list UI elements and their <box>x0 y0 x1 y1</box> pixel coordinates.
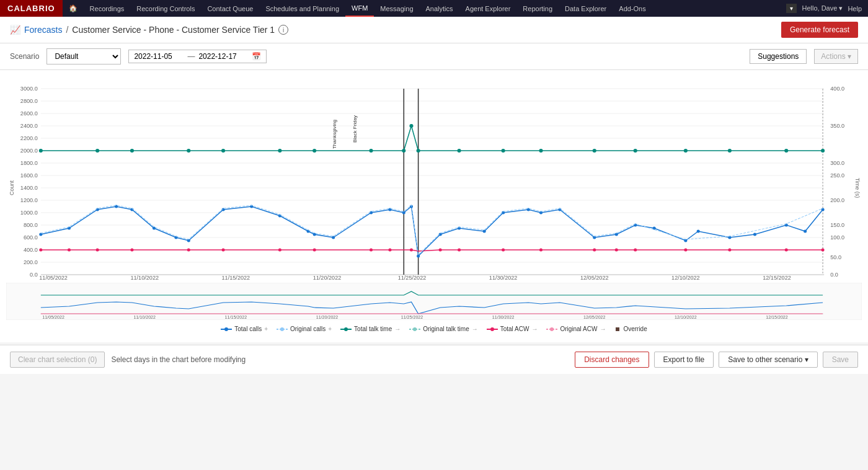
svg-text:11/15/2022: 11/15/2022 <box>222 275 250 281</box>
nav-item-add-ons[interactable]: Add-Ons <box>613 0 652 17</box>
breadcrumb: 📈 Forecasts / Customer Service - Phone -… <box>10 25 288 35</box>
mini-chart-svg[interactable]: 11/05/2022 11/10/2022 11/15/2022 11/20/2… <box>6 283 862 320</box>
svg-point-122 <box>222 249 225 252</box>
svg-text:1400.0: 1400.0 <box>20 185 38 191</box>
date-range-picker[interactable]: — 📅 <box>128 50 267 63</box>
top-navigation: CALABRIO 🏠 Recordings Recording Controls… <box>0 0 868 17</box>
export-to-file-button[interactable]: Export to file <box>654 352 714 368</box>
info-icon[interactable]: i <box>278 25 288 35</box>
svg-point-157 <box>413 327 417 331</box>
svg-text:200.0: 200.0 <box>24 259 38 265</box>
svg-text:250.0: 250.0 <box>830 172 844 179</box>
controls-row: Scenario Default — 📅 Suggestions Actions… <box>0 43 868 70</box>
svg-point-61 <box>95 149 99 153</box>
svg-point-119 <box>96 249 99 252</box>
generate-forecast-button[interactable]: Generate forecast <box>781 22 858 38</box>
svg-text:12/10/2022: 12/10/2022 <box>671 275 700 281</box>
save-to-scenario-button[interactable]: Save to other scenario ▾ <box>719 352 817 368</box>
chart-legend: Total calls + Original calls + Total tal… <box>6 322 862 336</box>
svg-text:300.0: 300.0 <box>830 160 844 166</box>
nav-item-schedules[interactable]: Schedules and Planning <box>259 0 345 17</box>
svg-point-62 <box>130 149 134 153</box>
legend-total-acw: Total ACW → <box>487 326 538 332</box>
calendar-icon[interactable]: 📅 <box>252 52 261 61</box>
svg-point-82 <box>96 208 99 211</box>
svg-point-111 <box>697 230 700 233</box>
svg-point-101 <box>483 230 486 233</box>
legend-original-talk-time-label: Original talk time <box>423 326 469 332</box>
x-axis-labels: 11/05/2022 11/10/2022 11/15/2022 11/20/2… <box>39 275 791 281</box>
discard-changes-button[interactable]: Discard changes <box>575 352 649 368</box>
nav-item-analytics[interactable]: Analytics <box>420 0 459 17</box>
main-chart-svg[interactable]: 3000.0 2800.0 2600.0 2400.0 2200.0 2000.… <box>6 76 862 281</box>
svg-point-136 <box>728 249 731 252</box>
svg-point-98 <box>417 255 420 258</box>
nav-item-recordings[interactable]: Recordings <box>84 0 131 17</box>
svg-text:11/20/2022: 11/20/2022 <box>313 275 342 281</box>
date-end-input[interactable] <box>198 52 248 61</box>
nav-item-contact-queue[interactable]: Contact Queue <box>201 0 259 17</box>
svg-point-71 <box>458 149 461 153</box>
svg-point-134 <box>634 249 637 252</box>
svg-text:2400.0: 2400.0 <box>20 123 38 129</box>
svg-point-63 <box>187 149 190 153</box>
legend-original-acw: Original ACW → <box>546 326 606 332</box>
right-bottom-controls: Discard changes Export to file Save to o… <box>575 352 858 368</box>
svg-text:2200.0: 2200.0 <box>20 135 38 141</box>
svg-point-124 <box>313 249 316 252</box>
user-greeting[interactable]: Hello, Dave ▾ <box>802 4 843 12</box>
breadcrumb-forecasts-link[interactable]: Forecasts <box>24 25 62 35</box>
legend-override: Override <box>614 326 647 332</box>
svg-point-121 <box>187 249 190 252</box>
scenario-select[interactable]: Default <box>46 48 121 64</box>
legend-total-acw-label: Total ACW <box>500 326 529 332</box>
date-separator: — <box>187 52 195 61</box>
svg-text:Thanksgiving: Thanksgiving <box>332 120 337 149</box>
svg-text:11/25/2022: 11/25/2022 <box>398 275 427 281</box>
help-link[interactable]: Help <box>848 5 862 12</box>
svg-text:12/05/2022: 12/05/2022 <box>583 315 606 319</box>
svg-point-73 <box>539 149 542 153</box>
svg-text:12/15/2022: 12/15/2022 <box>766 315 788 319</box>
legend-original-calls: Original calls + <box>277 326 332 332</box>
nav-item-recording-controls[interactable]: Recording Controls <box>130 0 201 17</box>
nav-item-messaging[interactable]: Messaging <box>374 0 419 17</box>
svg-point-155 <box>344 327 348 331</box>
svg-point-120 <box>130 249 133 252</box>
svg-text:Time (s): Time (s) <box>854 178 861 198</box>
home-nav-item[interactable]: 🏠 <box>63 0 84 17</box>
legend-total-calls-label: Total calls <box>234 326 262 332</box>
scenario-label: Scenario <box>10 52 39 61</box>
legend-total-talk-time-label: Total talk time <box>354 326 392 332</box>
svg-point-68 <box>402 149 405 153</box>
legend-total-talk-time: Total talk time → <box>340 326 401 332</box>
svg-point-67 <box>369 149 373 153</box>
suggestions-button[interactable]: Suggestions <box>750 49 807 64</box>
svg-text:11/30/2022: 11/30/2022 <box>492 315 515 319</box>
svg-point-135 <box>684 249 687 252</box>
clear-selection-button[interactable]: Clear chart selection (0) <box>10 352 105 368</box>
save-button[interactable]: Save <box>823 352 858 368</box>
svg-text:11/15/2022: 11/15/2022 <box>225 315 247 319</box>
svg-point-133 <box>615 249 618 252</box>
svg-text:11/25/2022: 11/25/2022 <box>401 315 423 319</box>
svg-text:1800.0: 1800.0 <box>20 160 38 166</box>
date-start-input[interactable] <box>134 52 184 61</box>
svg-text:1200.0: 1200.0 <box>20 197 38 203</box>
nav-item-reporting[interactable]: Reporting <box>516 0 559 17</box>
svg-point-115 <box>804 230 807 233</box>
bottom-controls: Clear chart selection (0) Select days in… <box>0 345 868 374</box>
svg-point-161 <box>550 327 554 331</box>
svg-text:3000.0: 3000.0 <box>20 86 38 92</box>
svg-text:11/20/2022: 11/20/2022 <box>316 315 339 319</box>
nav-item-wfm[interactable]: WFM <box>345 0 374 17</box>
nav-item-data-explorer[interactable]: Data Explorer <box>559 0 613 17</box>
nav-item-agent-explorer[interactable]: Agent Explorer <box>459 0 517 17</box>
svg-text:1600.0: 1600.0 <box>20 172 38 179</box>
svg-point-159 <box>490 327 494 331</box>
svg-text:600.0: 600.0 <box>24 234 38 241</box>
svg-text:100.0: 100.0 <box>830 234 844 241</box>
svg-point-132 <box>593 249 596 252</box>
nav-more-button[interactable]: ▾ <box>786 4 797 13</box>
actions-button[interactable]: Actions ▾ <box>814 49 858 64</box>
